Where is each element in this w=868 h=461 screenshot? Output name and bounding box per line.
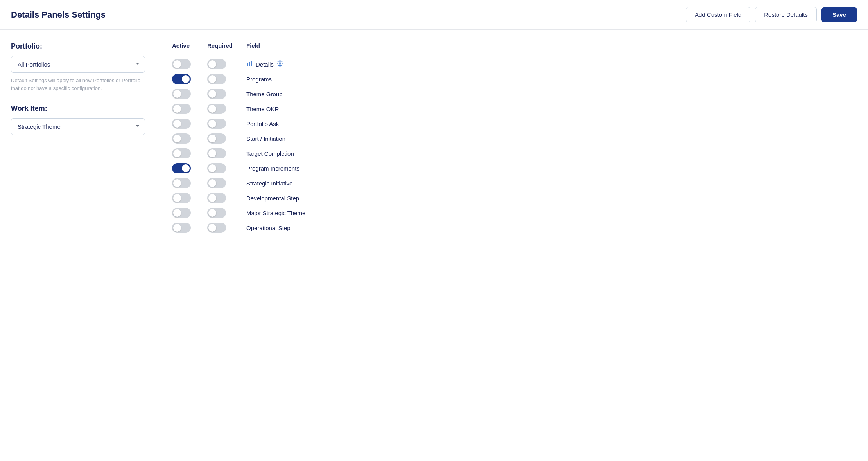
work-item-select[interactable]: Strategic Theme [11, 118, 145, 135]
work-item-select-wrapper: Strategic Theme [11, 118, 145, 135]
content-area: Active Required Field DetailsProgramsThe… [156, 30, 868, 461]
col-header-field: Field [246, 42, 852, 49]
table-row: Programs [172, 72, 852, 86]
active-toggle-5[interactable] [172, 119, 191, 129]
table-header: Active Required Field [172, 42, 852, 54]
sidebar: Portfolio: All Portfolios Default Settin… [0, 30, 156, 461]
page-header: Details Panels Settings Add Custom Field… [0, 0, 868, 30]
add-custom-field-button[interactable]: Add Custom Field [686, 7, 750, 22]
active-toggle-2[interactable] [172, 74, 191, 84]
gear-icon[interactable] [277, 60, 283, 68]
field-name: Operational Step [246, 225, 852, 231]
required-toggle-10[interactable] [207, 193, 226, 203]
svg-rect-0 [247, 63, 248, 66]
active-toggle-7[interactable] [172, 148, 191, 158]
page-title: Details Panels Settings [11, 10, 106, 20]
portfolio-select[interactable]: All Portfolios [11, 56, 145, 73]
table-row: Start / Initiation [172, 131, 852, 146]
active-toggle-4[interactable] [172, 104, 191, 114]
active-toggle-10[interactable] [172, 193, 191, 203]
required-toggle-8[interactable] [207, 163, 226, 173]
required-toggle-3[interactable] [207, 89, 226, 99]
work-item-label: Work Item: [11, 104, 145, 113]
col-header-active: Active [172, 42, 207, 49]
active-toggle-3[interactable] [172, 89, 191, 99]
active-toggle-12[interactable] [172, 223, 191, 233]
required-toggle-5[interactable] [207, 119, 226, 129]
table-row: Operational Step [172, 220, 852, 235]
svg-point-3 [279, 63, 281, 64]
portfolio-select-wrapper: All Portfolios [11, 56, 145, 73]
required-toggle-7[interactable] [207, 148, 226, 158]
required-toggle-2[interactable] [207, 74, 226, 84]
main-layout: Portfolio: All Portfolios Default Settin… [0, 30, 868, 461]
table-row: Strategic Initiative [172, 176, 852, 191]
active-toggle-8[interactable] [172, 163, 191, 173]
field-name: Theme OKR [246, 106, 852, 112]
field-name: Programs [246, 76, 852, 83]
required-toggle-11[interactable] [207, 208, 226, 218]
required-toggle-4[interactable] [207, 104, 226, 114]
table-row: Details [172, 57, 852, 72]
required-toggle-12[interactable] [207, 223, 226, 233]
field-name: Start / Initiation [246, 135, 852, 142]
required-toggle-6[interactable] [207, 133, 226, 144]
bar-chart-icon [246, 60, 253, 68]
col-header-required: Required [207, 42, 246, 49]
field-name: Strategic Initiative [246, 180, 852, 187]
table-row: Major Strategic Theme [172, 205, 852, 220]
field-name: Portfolio Ask [246, 121, 852, 127]
active-toggle-1[interactable] [172, 59, 191, 69]
work-item-section: Work Item: Strategic Theme [11, 104, 145, 135]
portfolio-note: Default Settings will apply to all new P… [11, 77, 145, 92]
table-row: Portfolio Ask [172, 116, 852, 131]
svg-rect-1 [249, 62, 250, 66]
field-name: Theme Group [246, 91, 852, 97]
field-name: Program Increments [246, 165, 852, 172]
table-row: Developmental Step [172, 191, 852, 205]
svg-rect-2 [251, 61, 252, 66]
table-row: Program Increments [172, 161, 852, 176]
save-button[interactable]: Save [821, 7, 857, 22]
active-toggle-9[interactable] [172, 178, 191, 188]
field-name: Target Completion [246, 150, 852, 157]
active-toggle-6[interactable] [172, 133, 191, 144]
required-toggle-1[interactable] [207, 59, 226, 69]
field-name: Major Strategic Theme [246, 210, 852, 216]
header-actions: Add Custom Field Restore Defaults Save [686, 7, 857, 22]
field-name: Details [246, 60, 852, 68]
required-toggle-9[interactable] [207, 178, 226, 188]
table-row: Target Completion [172, 146, 852, 161]
portfolio-label: Portfolio: [11, 42, 145, 50]
field-rows-container: DetailsProgramsTheme GroupTheme OKRPortf… [172, 57, 852, 235]
table-row: Theme OKR [172, 101, 852, 116]
table-row: Theme Group [172, 86, 852, 101]
restore-defaults-button[interactable]: Restore Defaults [755, 7, 817, 22]
active-toggle-11[interactable] [172, 208, 191, 218]
field-name: Developmental Step [246, 195, 852, 202]
